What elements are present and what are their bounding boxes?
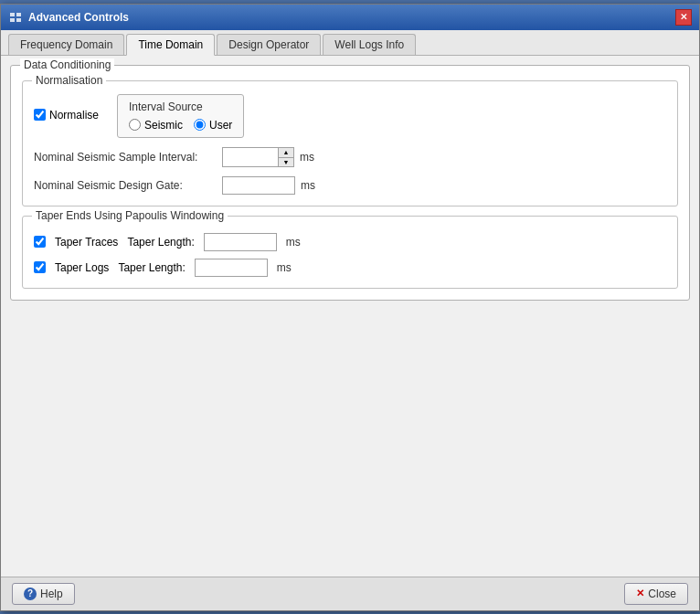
tab-design-operator[interactable]: Design Operator <box>217 34 321 55</box>
seismic-radio-text: Seismic <box>144 119 183 132</box>
taper-logs-label: Taper Logs <box>55 261 109 274</box>
taper-logs-row: Taper Logs Taper Length: 48 ms <box>34 259 666 277</box>
help-icon: ? <box>24 588 37 600</box>
window-close-button[interactable]: ✕ <box>675 9 692 26</box>
taper-logs-input[interactable]: 48 <box>195 259 268 277</box>
normalise-checkbox-label: Normalise <box>49 109 99 122</box>
interval-source-radio-row: Seismic User <box>129 119 232 132</box>
close-button[interactable]: ✕ Close <box>624 583 688 605</box>
normalise-checkbox-container: Normalise <box>34 109 99 122</box>
title-bar: Advanced Controls ✕ <box>1 5 699 30</box>
svg-rect-1 <box>16 13 21 16</box>
user-radio-text: User <box>209 119 232 132</box>
taper-ends-group: Taper Ends Using Papoulis Windowing Tape… <box>22 216 678 289</box>
tab-well-logs-info[interactable]: Well Logs Info <box>323 34 416 55</box>
tab-time-domain[interactable]: Time Domain <box>126 34 215 56</box>
content-area: Data Conditioning Normalisation Normalis… <box>1 56 699 577</box>
window-title: Advanced Controls <box>28 11 129 24</box>
help-button[interactable]: ? Help <box>12 583 75 605</box>
taper-traces-checkbox[interactable] <box>34 236 46 248</box>
sample-interval-unit: ms <box>300 151 314 164</box>
tabs-bar: Frequency Domain Time Domain Design Oper… <box>1 30 699 56</box>
taper-traces-label: Taper Traces <box>55 236 118 249</box>
help-label: Help <box>40 588 63 600</box>
app-icon <box>8 10 23 25</box>
interval-source-title: Interval Source <box>129 101 232 113</box>
data-conditioning-group: Data Conditioning Normalisation Normalis… <box>10 65 690 301</box>
normalise-checkbox[interactable] <box>34 109 46 121</box>
taper-logs-checkbox[interactable] <box>34 261 46 273</box>
user-radio-label: User <box>194 119 232 132</box>
taper-logs-length-label: Taper Length: <box>118 261 185 274</box>
svg-rect-0 <box>10 13 15 16</box>
close-icon: ✕ <box>636 588 644 599</box>
taper-logs-unit: ms <box>277 261 292 274</box>
sample-interval-down-button[interactable]: ▼ <box>279 157 293 166</box>
svg-rect-3 <box>16 18 21 22</box>
design-gate-label: Nominal Seismic Design Gate: <box>34 179 217 192</box>
normalisation-group: Normalisation Normalise Interval Source <box>22 80 678 206</box>
taper-traces-unit: ms <box>286 236 301 249</box>
taper-traces-length-label: Taper Length: <box>127 236 194 249</box>
seismic-radio-label: Seismic <box>129 119 183 132</box>
data-conditioning-label: Data Conditioning <box>20 58 114 71</box>
sample-interval-up-button[interactable]: ▲ <box>279 148 293 157</box>
user-radio[interactable] <box>194 119 206 131</box>
close-label: Close <box>648 588 676 600</box>
tab-frequency-domain[interactable]: Frequency Domain <box>8 34 124 55</box>
main-window: Advanced Controls ✕ Frequency Domain Tim… <box>0 4 700 611</box>
taper-ends-label: Taper Ends Using Papoulis Windowing <box>32 209 228 222</box>
design-gate-row: Nominal Seismic Design Gate: 500 ms <box>34 176 666 195</box>
sample-interval-spinbox: 1 ▲ ▼ <box>222 147 294 167</box>
design-gate-input[interactable]: 500 <box>222 176 295 195</box>
svg-rect-2 <box>10 18 15 22</box>
sample-interval-label: Nominal Seismic Sample Interval: <box>34 151 217 164</box>
seismic-radio[interactable] <box>129 119 141 131</box>
normalisation-label: Normalisation <box>32 74 106 87</box>
bottom-bar: ? Help ✕ Close <box>1 577 699 610</box>
taper-traces-input[interactable]: 48 <box>204 233 277 251</box>
interval-source-box: Interval Source Seismic User <box>117 94 244 138</box>
taper-traces-row: Taper Traces Taper Length: 48 ms <box>34 233 666 251</box>
normalise-row: Normalise Interval Source Seismic <box>34 94 666 138</box>
design-gate-unit: ms <box>301 179 315 192</box>
sample-interval-input[interactable]: 1 <box>223 148 278 166</box>
sample-interval-row: Nominal Seismic Sample Interval: 1 ▲ ▼ m… <box>34 147 666 167</box>
